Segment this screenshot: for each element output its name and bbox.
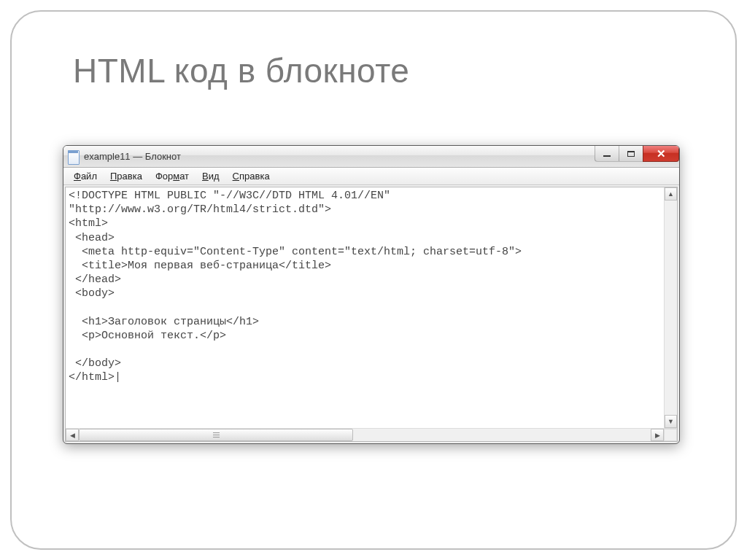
notepad-icon	[68, 150, 80, 163]
horizontal-scroll-track[interactable]	[79, 429, 651, 441]
menu-file[interactable]: Файл	[68, 169, 103, 183]
editor-wrap: <!DOCTYPE HTML PUBLIC "-//W3C//DTD HTML …	[66, 187, 677, 428]
menu-format[interactable]: Формат	[150, 169, 195, 183]
text-editor[interactable]: <!DOCTYPE HTML PUBLIC "-//W3C//DTD HTML …	[66, 187, 664, 428]
close-icon: ✕	[657, 148, 666, 159]
menu-edit[interactable]: Правка	[104, 169, 148, 183]
horizontal-scroll-thumb[interactable]	[79, 429, 353, 441]
scroll-down-button[interactable]: ▼	[665, 415, 677, 428]
scrollbar-corner	[664, 429, 677, 441]
minimize-icon	[603, 155, 611, 157]
menu-view[interactable]: Вид	[196, 169, 225, 183]
window-title: example11 — Блокнот	[84, 151, 181, 162]
menu-help[interactable]: Справка	[227, 169, 276, 183]
horizontal-scrollbar[interactable]: ◀ ▶	[66, 428, 677, 441]
grip-icon	[213, 432, 220, 438]
vertical-scrollbar[interactable]: ▲ ▼	[664, 187, 677, 428]
window-controls: ✕	[595, 146, 679, 162]
vertical-scroll-track[interactable]	[665, 201, 677, 415]
scroll-left-button[interactable]: ◀	[66, 429, 79, 441]
slide-title: HTML код в блокноте	[73, 51, 409, 90]
maximize-button[interactable]	[619, 146, 643, 162]
menubar: Файл Правка Формат Вид Справка	[63, 168, 679, 185]
close-button[interactable]: ✕	[643, 146, 679, 162]
client-area: <!DOCTYPE HTML PUBLIC "-//W3C//DTD HTML …	[65, 187, 678, 442]
scroll-right-button[interactable]: ▶	[651, 429, 664, 441]
notepad-window: example11 — Блокнот ✕ Файл Правка Формат…	[63, 145, 680, 444]
titlebar[interactable]: example11 — Блокнот ✕	[63, 146, 679, 168]
minimize-button[interactable]	[595, 146, 619, 162]
scroll-up-button[interactable]: ▲	[665, 187, 677, 201]
maximize-icon	[627, 151, 635, 157]
